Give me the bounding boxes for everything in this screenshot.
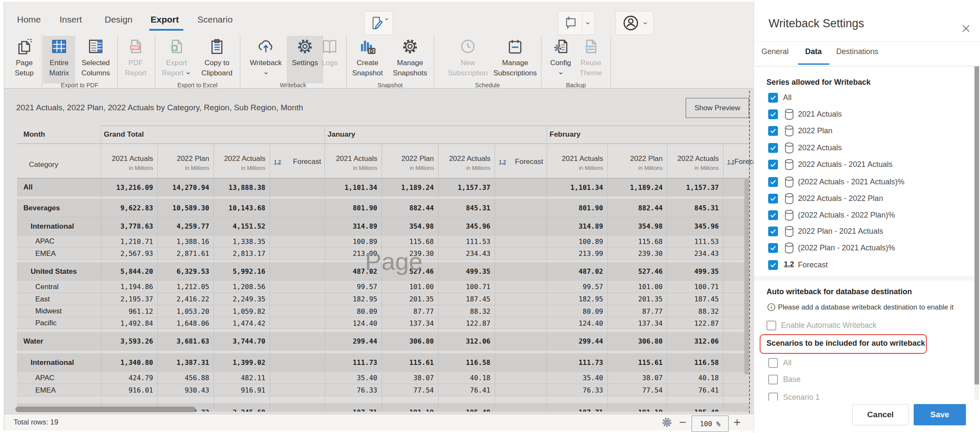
ribbon-group-label: Writeback: [280, 82, 306, 89]
selected-columns-button[interactable]: SelectedColumns: [75, 36, 116, 83]
toolbar-separator: [117, 35, 118, 89]
category-header[interactable]: Category: [29, 161, 58, 169]
cell-value: 124.40: [547, 317, 603, 329]
cell-value: 845.31: [438, 199, 490, 217]
cell-value: 424.79: [101, 372, 153, 384]
ribbon-tab-design[interactable]: Design: [105, 14, 132, 25]
zoom-in-button[interactable]: [733, 414, 741, 430]
cell-value: 38.07: [607, 372, 663, 384]
series-checkbox-4[interactable]: [768, 160, 778, 169]
cancel-button[interactable]: Cancel: [852, 404, 909, 425]
page-watermark: Page: [365, 247, 422, 275]
entire-matrix-button[interactable]: EntireMatrix: [43, 36, 75, 83]
config-button[interactable]: Config: [546, 36, 575, 83]
table-row-midwest[interactable]: Midwest961.121,053.201,059.8280.0987.778…: [17, 305, 749, 317]
cell-value: 115.68: [382, 235, 434, 247]
page-setup-icon: [5, 37, 44, 58]
table-row-east[interactable]: East2,195.372,416.222,249.35182.95201.35…: [17, 293, 749, 305]
measure-header[interactable]: 2022 Actuals: [667, 155, 719, 163]
series-checkbox-10[interactable]: [768, 260, 778, 270]
create-snapshot-button[interactable]: CreateSnapshot: [348, 36, 387, 83]
ribbon-tab-home[interactable]: Home: [17, 14, 41, 25]
measure-header[interactable]: 2021 Actuals: [101, 155, 153, 163]
forecast-header[interactable]: 1,2Forecast: [495, 158, 543, 166]
table-row-international[interactable]: International3,778.634,259.774,151.52314…: [17, 217, 749, 235]
cell-value: 124.40: [325, 317, 377, 329]
cell-value: 1,212.05: [157, 281, 209, 293]
cell-value: 101.00: [382, 281, 434, 293]
manage-subscriptions-button[interactable]: ManageSubscriptions: [489, 36, 541, 83]
series-checkbox-0[interactable]: [768, 93, 778, 103]
series-checkbox-1[interactable]: [768, 109, 778, 119]
edit-page-button[interactable]: [364, 11, 393, 35]
enable-automatic-writeback-checkbox: [766, 321, 776, 330]
measure-header[interactable]: 2022 Plan: [157, 155, 209, 163]
table-row-emea[interactable]: EMEA916.01930.43916.9176.3377.5476.4176.…: [17, 384, 749, 396]
table-row-apac[interactable]: APAC1,210.711,388.161,338.35100.89115.68…: [17, 235, 749, 247]
panel-tab-destinations[interactable]: Destinations: [836, 47, 878, 56]
cell-value: 40.18: [438, 372, 490, 384]
table-row-all[interactable]: All13,216.0914,270.9413,888.381,101.341,…: [17, 178, 749, 196]
month-group-header[interactable]: February: [550, 130, 581, 139]
series-checkbox-5[interactable]: [768, 177, 778, 187]
cell-value: 1,101.34: [547, 178, 603, 196]
table-row-international[interactable]: International1,340.801,387.311,399.02111…: [17, 353, 749, 372]
zoom-out-button[interactable]: [678, 414, 687, 430]
measure-header[interactable]: 2022 Actuals: [214, 155, 265, 163]
cell-value: 1,648.06: [157, 317, 209, 329]
cell-value: 1,208.56: [214, 281, 265, 293]
panel-scrollbar-thumb[interactable]: [974, 66, 979, 384]
series-checkbox-6[interactable]: [768, 194, 778, 204]
series-checkbox-7[interactable]: [768, 210, 778, 220]
month-group-header[interactable]: January: [328, 130, 355, 139]
cell-value: 1,157.37: [667, 178, 719, 196]
forecast-header[interactable]: 1,2Forecast: [270, 158, 321, 166]
forecast-header[interactable]: 1,2Forecast: [723, 158, 746, 166]
ribbon-group-label: Export to Excel: [177, 82, 217, 89]
series-checkbox-8[interactable]: [768, 227, 778, 236]
cell-value: 3,744.70: [214, 332, 265, 350]
measure-header[interactable]: 2021 Actuals: [325, 155, 377, 163]
measure-header[interactable]: 2022 Plan: [382, 155, 434, 163]
cell-value: 9,622.83: [101, 199, 153, 217]
measure-header[interactable]: 2022 Plan: [607, 155, 663, 163]
table-horizontal-scrollbar[interactable]: [15, 407, 196, 412]
series-checkbox-9[interactable]: [768, 243, 778, 253]
table-vertical-scrollbar[interactable]: [744, 179, 749, 375]
save-button[interactable]: Save: [914, 404, 966, 425]
table-row-apac[interactable]: APAC424.79456.88482.1135.4038.0740.1835.…: [17, 372, 749, 384]
table-row-water[interactable]: Water3,593.263,681.633,744.70299.44306.8…: [17, 332, 749, 350]
month-group-header[interactable]: Grand Total: [104, 130, 144, 139]
table-row-central[interactable]: Central1,194.861,212.051,208.5699.57101.…: [17, 281, 749, 293]
zoom-percentage[interactable]: 100 %: [692, 416, 729, 432]
writeback-button[interactable]: Writeback: [245, 36, 287, 83]
database-icon: [783, 158, 795, 172]
page-setup-button[interactable]: PageSetup: [5, 36, 44, 83]
ribbon-tab-insert[interactable]: Insert: [60, 14, 82, 25]
cell-value: 122.87: [667, 317, 719, 329]
cell-value: 234.43: [438, 247, 490, 260]
table-row-pacific[interactable]: Pacific1,492.841,648.061,474.42124.40137…: [17, 317, 749, 329]
cell-value: 930.43: [157, 384, 209, 396]
table-border: [101, 126, 749, 126]
panel-content-border: [754, 66, 980, 66]
series-checkbox-2[interactable]: [768, 126, 778, 136]
cell-value: 312.06: [438, 332, 490, 350]
panel-close-icon[interactable]: [960, 23, 971, 34]
measure-header[interactable]: 2022 Actuals: [438, 155, 490, 163]
measure-header[interactable]: 2021 Actuals: [547, 155, 603, 163]
panel-tab-data[interactable]: Data: [805, 47, 822, 56]
cell-value: 2,416.22: [157, 293, 209, 305]
ribbon-tab-export[interactable]: Export: [151, 14, 179, 25]
series-checkbox-3[interactable]: [768, 143, 778, 153]
show-preview-button[interactable]: Show Preview: [686, 98, 749, 118]
manage-snapshots-button[interactable]: ManageSnapshots: [387, 36, 433, 83]
panel-tab-general[interactable]: General: [761, 47, 789, 56]
table-row-beverages[interactable]: Beverages9,622.8310,589.3010,143.68801.9…: [17, 199, 749, 217]
account-button[interactable]: [615, 11, 653, 35]
copy-to-clipboard-button[interactable]: Copy toClipboard: [194, 36, 240, 83]
add-comment-button[interactable]: [558, 11, 595, 35]
ribbon-tab-scenario[interactable]: Scenario: [197, 14, 233, 25]
cell-value: 5,844.20: [101, 262, 153, 281]
zoom-settings-gear-icon[interactable]: [661, 414, 673, 430]
